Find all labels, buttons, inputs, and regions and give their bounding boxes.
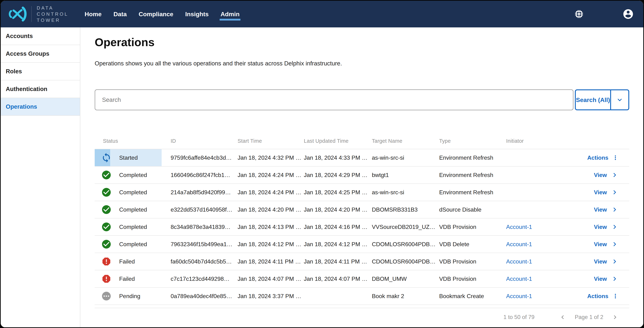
action-label: Actions [587,154,608,161]
row-action-button[interactable]: View [561,240,629,248]
brand-logo: DATA CONTROL TOWER [1,5,80,23]
sidebar-item-accounts[interactable]: Accounts [1,27,80,45]
target-name: as-win-src-si [372,189,439,196]
chevron-right-icon [610,188,619,197]
row-action-button[interactable]: Actions [561,154,629,161]
column-header-target-name: Target Name [372,138,439,144]
brand-wordmark: DATA CONTROL TOWER [37,5,68,23]
status-cell[interactable]: Failed [95,270,171,287]
target-name: bwtgt1 [372,172,439,179]
failed-status-icon [101,274,112,284]
sidebar-item-authentication[interactable]: Authentication [1,80,80,98]
page-title: Operations [95,36,629,49]
status-label: Pending [119,293,140,299]
initiator-link[interactable]: Account-1 [506,293,532,299]
start-time: Jan 18, 2024 4:07 PM … [238,276,304,282]
chevron-right-icon [610,240,619,248]
status-cell[interactable]: Completed [95,167,171,184]
nav-tab-home[interactable]: Home [84,11,102,18]
search-split-button: Search (All) [575,89,629,110]
pagination-next-button[interactable] [611,313,619,321]
status-cell[interactable]: Completed [95,201,171,218]
status-cell[interactable]: Failed [95,253,171,270]
nav-tab-admin[interactable]: Admin [220,11,240,18]
search-scope-dropdown[interactable] [611,90,628,109]
initiator-link[interactable]: Account-1 [506,224,532,230]
pagination-bar: 1 to 50 of 79 Page 1 of 2 [95,308,629,327]
operations-table: Status ID Start Time Last Updated Time T… [95,133,629,327]
initiator-link[interactable]: Account-1 [506,258,532,265]
top-navigation-bar: DATA CONTROL TOWER Home Data Compliance … [1,1,643,27]
action-label: View [594,224,607,230]
operation-type: Bookmark Create [439,293,506,299]
row-action-button[interactable]: Actions [561,293,629,299]
target-name: as-win-src-si [372,154,439,161]
operation-id: fa60dc504b7d4dc5b5… [171,258,238,265]
status-cell[interactable]: Completed [95,218,171,235]
sidebar-item-label: Authentication [6,86,47,92]
status-cell[interactable]: Completed [95,184,171,201]
target-name: VVSourceDB2019_UZ… [372,224,439,230]
row-action-button[interactable]: View [561,275,629,283]
failed-status-icon [101,256,112,267]
nav-tab-data[interactable]: Data [114,11,127,18]
search-input[interactable] [95,89,574,110]
operation-type: Environment Refresh [439,189,506,196]
nav-tab-insights[interactable]: Insights [185,11,208,18]
status-cell[interactable]: Started [95,149,171,166]
target-name: DBOM_UMW [372,276,439,282]
chevron-right-icon [610,223,619,231]
table-body: Started 9759fc6affe84e4cb3d… Jan 18, 202… [95,149,629,305]
chevron-down-icon [616,96,624,104]
start-time: Jan 18, 2024 4:11 PM … [238,258,304,265]
row-action-button[interactable]: View [561,171,629,179]
completed-status-icon [101,239,112,249]
target-name: Book makr 2 [372,293,439,299]
sidebar-item-access-groups[interactable]: Access Groups [1,45,80,63]
start-time: Jan 18, 2024 3:37 PM … [238,293,304,299]
completed-status-icon [101,222,112,232]
operation-type: VDB Provision [439,224,506,230]
start-time: Jan 18, 2024 4:24 PM … [238,189,304,196]
operation-id: 9759fc6affe84e4cb3d… [171,154,238,161]
initiator-link[interactable]: Account-1 [506,241,532,247]
status-label: Completed [119,224,147,230]
sidebar-item-operations[interactable]: Operations [1,98,80,116]
status-cell[interactable]: Completed [95,236,171,253]
page-description: Operations shows you all the various ope… [95,60,629,67]
initiator-cell: Account-1 [506,293,561,299]
chevron-right-icon [610,275,619,283]
row-action-button[interactable]: View [561,188,629,197]
action-label: View [594,276,607,282]
account-circle-icon[interactable] [622,8,634,20]
operation-id: e322dd537d1640958f… [171,206,238,213]
memory-chip-icon[interactable] [574,9,584,19]
operation-type: VDB Provision [439,276,506,282]
nav-right-actions [574,8,643,20]
admin-sidebar: Accounts Access Groups Roles Authenticat… [1,27,80,327]
initiator-cell: Account-1 [506,258,561,265]
pagination-prev-button[interactable] [559,313,566,321]
sidebar-item-roles[interactable]: Roles [1,63,80,80]
search-button[interactable]: Search (All) [576,90,611,109]
status-label: Completed [119,172,147,179]
operation-id: 1660496c86f247fcb1… [171,172,238,179]
status-cell[interactable]: Pending [95,288,171,304]
brand-line-1: DATA [37,5,68,11]
last-updated-time: Jan 18, 2024 4:07 PM … [304,276,372,282]
table-header-row: Status ID Start Time Last Updated Time T… [95,133,629,149]
operation-type: dSource Disable [439,206,506,213]
initiator-link[interactable]: Account-1 [506,276,532,282]
status-label: Failed [119,258,135,265]
pending-status-icon [101,291,112,301]
row-action-button[interactable]: View [561,206,629,214]
operation-id: 8c34a9878e3a41839… [171,224,238,230]
row-action-button[interactable]: View [561,257,629,266]
chevron-left-icon [559,313,566,321]
row-action-button[interactable]: View [561,223,629,231]
completed-status-icon [101,170,112,180]
table-row: Completed 8c34a9878e3a41839… Jan 18, 202… [95,218,629,235]
nav-tab-compliance[interactable]: Compliance [138,11,173,18]
table-row: Started 9759fc6affe84e4cb3d… Jan 18, 202… [95,149,629,166]
initiator-cell: Account-1 [506,224,561,230]
